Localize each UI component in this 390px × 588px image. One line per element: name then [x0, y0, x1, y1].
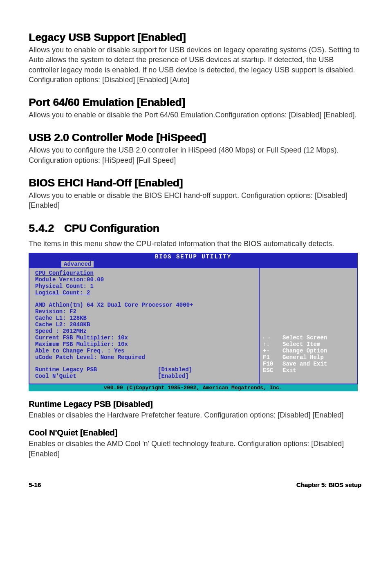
bios-speed: Speed : 2012MHz	[35, 328, 255, 334]
bios-tab-advanced: Advanced	[61, 261, 94, 267]
body-legacy-usb: Allows you to enable or disable support …	[29, 45, 361, 85]
bios-setting1-label: Runtime Legacy PSB	[35, 366, 158, 373]
bios-setting2-label: Cool N'Quiet	[35, 373, 158, 379]
bios-setting-cool-n-quiet: Cool N'Quiet [Enabled]	[35, 373, 255, 379]
body-cool-n-quiet: Enables or disables the AMD Cool 'n' Qui…	[29, 439, 361, 459]
help-label: Change Option	[282, 348, 327, 354]
help-row: ↑↓Select Item	[263, 341, 354, 348]
help-key: F1	[263, 354, 282, 361]
bios-ucode: uCode Patch Level: None Required	[35, 354, 255, 361]
subheading-runtime-psb: Runtime Legacy PSB [Disabled]	[29, 399, 361, 409]
section-heading-cpu-config: 5.4.2CPU Configuration	[29, 222, 361, 235]
bios-tab-row: Advanced	[29, 261, 358, 268]
help-label: Exit	[282, 367, 296, 374]
heading-legacy-usb: Legacy USB Support [Enabled]	[29, 31, 361, 44]
bios-cache-l1: Cache L1: 128KB	[35, 315, 255, 321]
bios-cpu-name: AMD Athlon(tm) 64 X2 Dual Core Processor…	[35, 302, 255, 308]
help-key: ↑↓	[263, 341, 282, 348]
help-label: Select Item	[282, 341, 320, 348]
bios-setting2-value: [Enabled]	[158, 373, 189, 379]
bios-title: BIOS SETUP UTILITY	[29, 253, 358, 261]
footer-page-number: 5-16	[29, 481, 41, 488]
bios-logical-count: Logical Count: 2	[35, 290, 255, 296]
bios-able-change: Able to Change Freq. : Yes	[35, 348, 255, 354]
subheading-cool-n-quiet: Cool N'Quiet [Enabled]	[29, 428, 361, 438]
help-label: Save and Exit	[282, 361, 327, 367]
bios-current-fsb: Current FSB Multiplier: 10x	[35, 334, 255, 341]
section-number: 5.4.2	[29, 222, 54, 234]
help-key: F10	[263, 361, 282, 367]
help-label: Select Screen	[282, 334, 327, 341]
help-row: ESCExit	[263, 367, 354, 374]
body-bios-ehci: Allows you to enable or disable the BIOS…	[29, 191, 361, 211]
bios-header: CPU Configuration	[35, 270, 255, 276]
bios-setting-runtime-psb: Runtime Legacy PSB [Disabled]	[35, 366, 255, 373]
bios-left-panel: CPU Configuration Module Version:00.00 P…	[29, 268, 260, 384]
help-key: ESC	[263, 367, 282, 374]
body-cpu-config: The items in this menu show the CPU-rela…	[29, 239, 361, 249]
footer-chapter-title: Chapter 5: BIOS setup	[296, 481, 361, 488]
help-key: ←→	[263, 334, 282, 341]
bios-body: CPU Configuration Module Version:00.00 P…	[29, 268, 358, 384]
help-row: +-Change Option	[263, 348, 354, 354]
bios-right-panel: ←→Select Screen ↑↓Select Item +-Change O…	[260, 268, 358, 384]
bios-screenshot: BIOS SETUP UTILITY Advanced CPU Configur…	[29, 253, 358, 391]
bios-cache-l2: Cache L2: 2048KB	[35, 321, 255, 328]
bios-revision: Revision: F2	[35, 308, 255, 315]
page-footer: 5-16 Chapter 5: BIOS setup	[29, 481, 361, 488]
heading-usb20-mode: USB 2.0 Controller Mode [HiSpeed]	[29, 131, 361, 144]
bios-max-fsb: Maximum FSB Multiplier: 10x	[35, 341, 255, 348]
help-row: F10Save and Exit	[263, 361, 354, 367]
body-usb20-mode: Allows you to configure the USB 2.0 cont…	[29, 145, 361, 165]
section-title: CPU Configuration	[64, 222, 159, 234]
body-port-6460: Allows you to enable or disable the Port…	[29, 110, 361, 120]
help-label: General Help	[282, 354, 324, 361]
body-runtime-psb: Enables or disables the Hardware Prefetc…	[29, 410, 361, 420]
bios-module-version: Module Version:00.00	[35, 276, 255, 283]
heading-bios-ehci: BIOS EHCI Hand-Off [Enabled]	[29, 177, 361, 189]
bios-physical-count: Physical Count: 1	[35, 283, 255, 290]
heading-port-6460: Port 64/60 Emulation [Enabled]	[29, 96, 361, 109]
bios-copyright: v00.00 (C)Copyright 1985-2002, American …	[29, 384, 358, 391]
help-row: F1General Help	[263, 354, 354, 361]
bios-setting1-value: [Disabled]	[158, 366, 192, 373]
help-key: +-	[263, 348, 282, 354]
help-row: ←→Select Screen	[263, 334, 354, 341]
